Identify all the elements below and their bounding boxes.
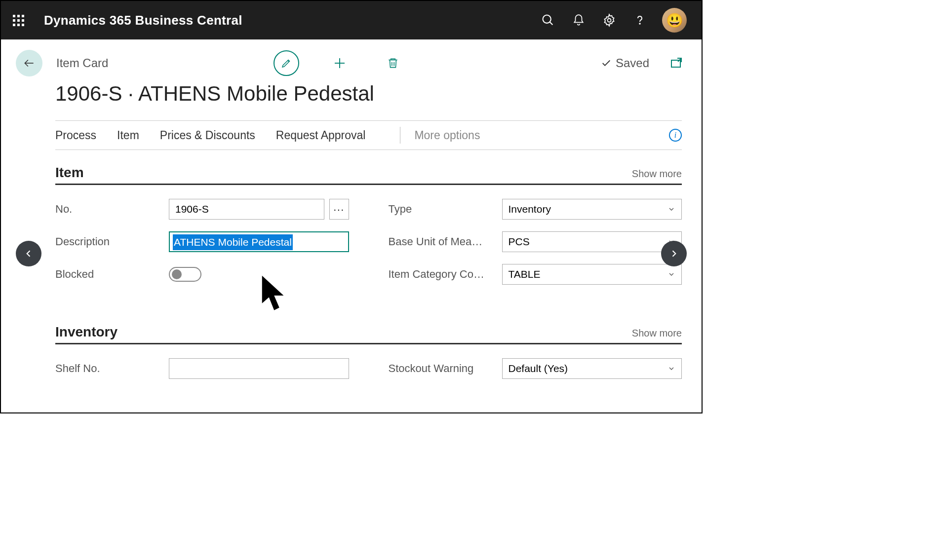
new-button[interactable] — [327, 50, 353, 76]
saved-indicator: Saved — [601, 56, 649, 70]
field-stockout-warning: Stockout Warning Default (Yes) — [389, 358, 682, 379]
more-options[interactable]: More options — [414, 129, 480, 142]
tab-item[interactable]: Item — [117, 129, 139, 142]
field-shelf-no-label: Shelf No. — [55, 362, 169, 375]
item-form-grid: No. ··· Type Inventory Description — [55, 199, 682, 285]
gear-icon[interactable] — [596, 7, 623, 34]
search-icon[interactable] — [535, 7, 561, 34]
field-stockout-warning-label: Stockout Warning — [389, 362, 502, 375]
tab-process[interactable]: Process — [55, 129, 96, 142]
next-record-button[interactable] — [661, 241, 687, 266]
no-lookup-button[interactable]: ··· — [329, 199, 349, 220]
field-blocked: Blocked — [55, 264, 349, 285]
svg-point-2 — [608, 19, 611, 22]
back-button[interactable] — [16, 50, 42, 76]
app-topbar: Dynamics 365 Business Central 😃 — [1, 1, 702, 39]
chevron-down-icon — [667, 365, 675, 373]
inventory-form-grid: Shelf No. Stockout Warning Default (Yes) — [55, 358, 682, 379]
item-category-value: TABLE — [509, 268, 541, 280]
field-base-uom-label: Base Unit of Mea… — [389, 235, 502, 248]
shelf-no-input[interactable] — [169, 358, 349, 379]
section-inventory-title: Inventory — [55, 324, 118, 340]
saved-label: Saved — [616, 56, 649, 70]
field-blocked-label: Blocked — [55, 268, 169, 281]
section-item-title: Item — [55, 165, 84, 181]
section-inventory-show-more[interactable]: Show more — [632, 328, 682, 339]
stockout-warning-value: Default (Yes) — [509, 363, 568, 374]
page-title: 1906-S · ATHENS Mobile Pedestal — [1, 78, 702, 120]
field-no-label: No. — [55, 203, 169, 216]
field-shelf-no: Shelf No. — [55, 358, 349, 379]
section-item-show-more[interactable]: Show more — [632, 168, 682, 180]
field-description: Description ATHENS Mobile Pedestal — [55, 231, 349, 252]
expand-button[interactable] — [669, 54, 687, 72]
tab-request-approval[interactable]: Request Approval — [276, 129, 366, 142]
app-launcher-icon[interactable] — [13, 15, 24, 26]
field-base-uom: Base Unit of Mea… PCS — [389, 231, 682, 252]
chevron-down-icon — [667, 270, 675, 278]
product-name: Dynamics 365 Business Central — [44, 13, 242, 28]
help-icon[interactable] — [627, 7, 653, 34]
type-select[interactable]: Inventory — [502, 199, 682, 220]
info-icon[interactable]: i — [669, 129, 682, 142]
section-inventory-header: Inventory Show more — [55, 324, 682, 344]
form-body: Item Show more No. ··· Type Inventory — [55, 165, 682, 413]
page-header-row: Item Card Saved — [1, 48, 702, 78]
type-value: Inventory — [509, 203, 551, 215]
svg-point-3 — [639, 23, 640, 24]
field-description-label: Description — [55, 235, 169, 248]
avatar[interactable]: 😃 — [662, 8, 687, 33]
toggle-knob — [172, 269, 182, 279]
base-uom-select[interactable]: PCS — [502, 231, 682, 252]
tabs-divider — [400, 127, 400, 144]
action-bar: Process Item Prices & Discounts Request … — [55, 120, 682, 150]
stockout-warning-select[interactable]: Default (Yes) — [502, 358, 682, 379]
notifications-icon[interactable] — [565, 7, 592, 34]
page-container: Item Card Saved 1906-S · ATHENS Mobile P… — [1, 39, 702, 412]
field-type: Type Inventory — [389, 199, 682, 220]
chevron-down-icon — [667, 205, 675, 213]
field-type-label: Type — [389, 203, 502, 216]
breadcrumb: Item Card — [56, 56, 108, 70]
svg-line-1 — [550, 22, 553, 25]
check-icon — [601, 58, 612, 69]
description-input[interactable]: ATHENS Mobile Pedestal — [169, 231, 349, 252]
section-item-header: Item Show more — [55, 165, 682, 185]
prev-record-button[interactable] — [16, 241, 41, 266]
field-item-category-label: Item Category Co… — [389, 268, 502, 281]
description-value: ATHENS Mobile Pedestal — [173, 234, 293, 250]
field-item-category: Item Category Co… TABLE — [389, 264, 682, 285]
edit-button[interactable] — [274, 50, 299, 76]
delete-button[interactable] — [380, 50, 406, 76]
field-no: No. ··· — [55, 199, 349, 220]
no-input[interactable] — [169, 199, 324, 220]
svg-point-0 — [543, 15, 551, 23]
blocked-toggle[interactable] — [169, 267, 201, 282]
tab-prices-discounts[interactable]: Prices & Discounts — [160, 129, 255, 142]
item-category-select[interactable]: TABLE — [502, 264, 682, 285]
base-uom-value: PCS — [509, 236, 530, 248]
